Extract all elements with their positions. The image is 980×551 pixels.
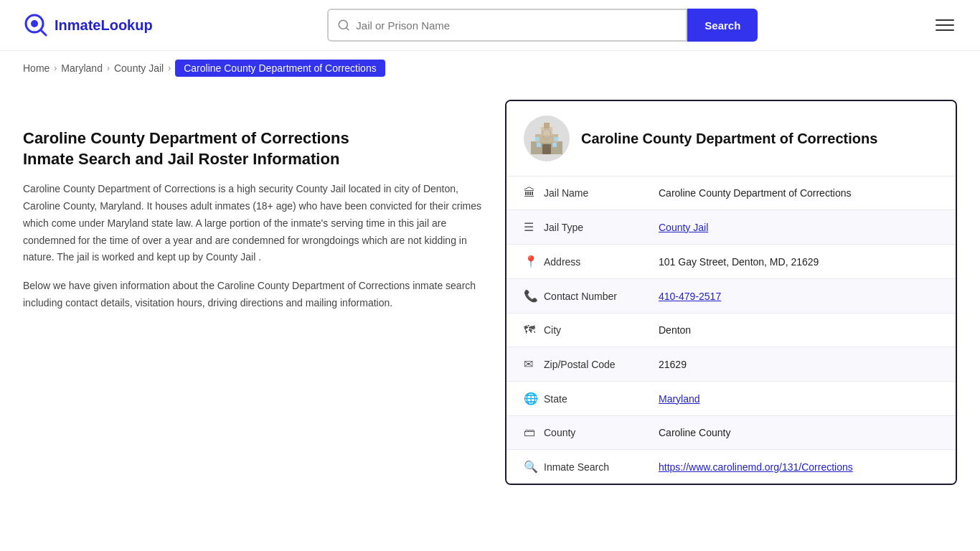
- menu-line-2: [936, 24, 954, 26]
- table-row: ✉ Zip/Postal Code 21629: [507, 347, 956, 382]
- page-title: Caroline County Department of Correction…: [23, 128, 482, 169]
- row-value-city: Denton: [659, 324, 938, 336]
- card-title: Caroline County Department of Correction…: [581, 131, 877, 147]
- breadcrumb: Home › Maryland › County Jail › Caroline…: [0, 51, 980, 85]
- svg-rect-11: [554, 137, 558, 141]
- breadcrumb-maryland[interactable]: Maryland: [61, 62, 103, 74]
- search-area: Search: [327, 9, 758, 42]
- main-content: Caroline County Department of Correction…: [0, 85, 980, 514]
- menu-line-1: [936, 19, 954, 21]
- menu-line-3: [936, 29, 954, 31]
- chevron-icon-2: ›: [107, 63, 110, 73]
- header: InmateLookup Search: [0, 0, 980, 51]
- chevron-icon-1: ›: [54, 63, 57, 73]
- city-icon: 🗺: [524, 324, 544, 336]
- menu-button[interactable]: [933, 17, 957, 34]
- search-input[interactable]: [356, 19, 677, 32]
- row-value-address: 101 Gay Street, Denton, MD, 21629: [659, 256, 938, 268]
- card-header: Caroline County Department of Correction…: [507, 101, 956, 176]
- table-row: 📍 Address 101 Gay Street, Denton, MD, 21…: [507, 245, 956, 279]
- location-icon: 📍: [524, 255, 544, 268]
- svg-rect-13: [552, 143, 557, 147]
- row-label-jail-type: Jail Type: [544, 222, 659, 233]
- facility-avatar: [524, 116, 570, 161]
- state-link[interactable]: Maryland: [659, 393, 700, 405]
- globe-icon: 🌐: [524, 392, 544, 405]
- table-row: 🗃 County Caroline County: [507, 416, 956, 450]
- row-value-inmate-search: https://www.carolinemd.org/131/Correctio…: [659, 461, 938, 473]
- svg-line-4: [347, 27, 349, 29]
- inmate-search-link[interactable]: https://www.carolinemd.org/131/Correctio…: [659, 461, 853, 473]
- row-label-city: City: [544, 324, 659, 336]
- table-row: 📞 Contact Number 410-479-2517: [507, 279, 956, 314]
- jail-type-link[interactable]: County Jail: [659, 222, 708, 233]
- row-value-jail-type: County Jail: [659, 222, 938, 233]
- row-label-jail-name: Jail Name: [544, 187, 659, 199]
- svg-point-1: [31, 20, 38, 27]
- row-value-jail-name: Caroline County Department of Correction…: [659, 187, 938, 199]
- inmate-search-icon: 🔍: [524, 460, 544, 474]
- svg-rect-10: [535, 137, 540, 141]
- mail-icon: ✉: [524, 357, 544, 371]
- table-row: 🏛 Jail Name Caroline County Department o…: [507, 176, 956, 210]
- row-label-county: County: [544, 427, 659, 438]
- search-wrapper: [327, 9, 687, 42]
- search-button[interactable]: Search: [687, 9, 758, 42]
- search-icon: [337, 19, 350, 32]
- jail-icon: 🏛: [524, 187, 544, 199]
- facility-building-icon: [528, 120, 565, 157]
- row-value-state: Maryland: [659, 393, 938, 405]
- table-row: 🌐 State Maryland: [507, 382, 956, 416]
- svg-line-2: [41, 30, 46, 35]
- logo-text: InmateLookup: [55, 17, 153, 34]
- info-card: Caroline County Department of Correction…: [505, 100, 957, 485]
- county-icon: 🗃: [524, 426, 544, 439]
- phone-link[interactable]: 410-479-2517: [659, 291, 721, 302]
- row-label-address: Address: [544, 256, 659, 268]
- logo-link[interactable]: InmateLookup: [23, 12, 153, 38]
- page-description-2: Below we have given information about th…: [23, 278, 482, 312]
- page-description-1: Caroline County Department of Correction…: [23, 181, 482, 266]
- row-value-county: Caroline County: [659, 427, 938, 438]
- row-value-contact: 410-479-2517: [659, 291, 938, 302]
- right-column: Caroline County Department of Correction…: [505, 100, 957, 485]
- row-value-zip: 21629: [659, 359, 938, 370]
- list-icon: ☰: [524, 220, 544, 234]
- logo-icon: [23, 12, 49, 38]
- row-label-state: State: [544, 393, 659, 405]
- breadcrumb-active: Caroline County Department of Correction…: [175, 60, 385, 77]
- chevron-icon-3: ›: [168, 63, 171, 73]
- breadcrumb-home[interactable]: Home: [23, 62, 50, 74]
- breadcrumb-county-jail[interactable]: County Jail: [114, 62, 164, 74]
- phone-icon: 📞: [524, 289, 544, 303]
- table-row: 🔍 Inmate Search https://www.carolinemd.o…: [507, 450, 956, 484]
- row-label-contact: Contact Number: [544, 291, 659, 302]
- row-label-zip: Zip/Postal Code: [544, 359, 659, 370]
- row-label-inmate-search: Inmate Search: [544, 461, 659, 473]
- svg-rect-8: [544, 123, 550, 128]
- table-row: ☰ Jail Type County Jail: [507, 210, 956, 245]
- svg-rect-12: [537, 143, 541, 147]
- left-column: Caroline County Department of Correction…: [23, 100, 482, 485]
- table-row: 🗺 City Denton: [507, 314, 956, 347]
- svg-rect-9: [542, 144, 551, 154]
